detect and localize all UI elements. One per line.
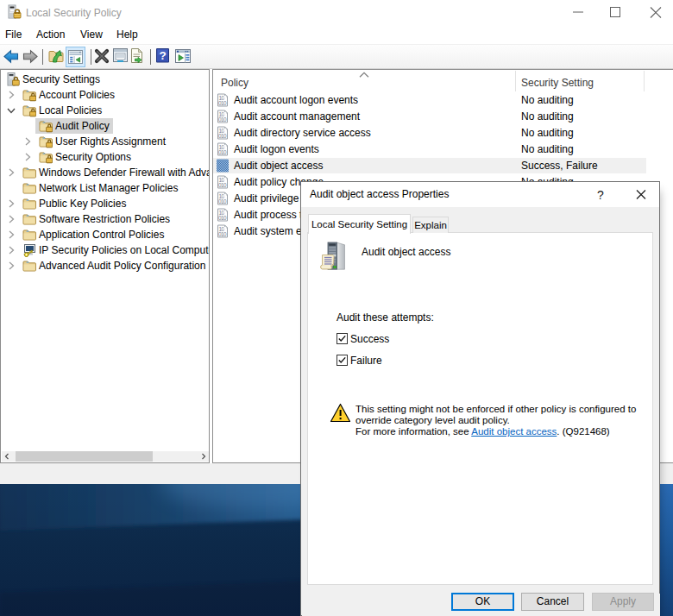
svg-text:?: ?: [159, 49, 166, 62]
